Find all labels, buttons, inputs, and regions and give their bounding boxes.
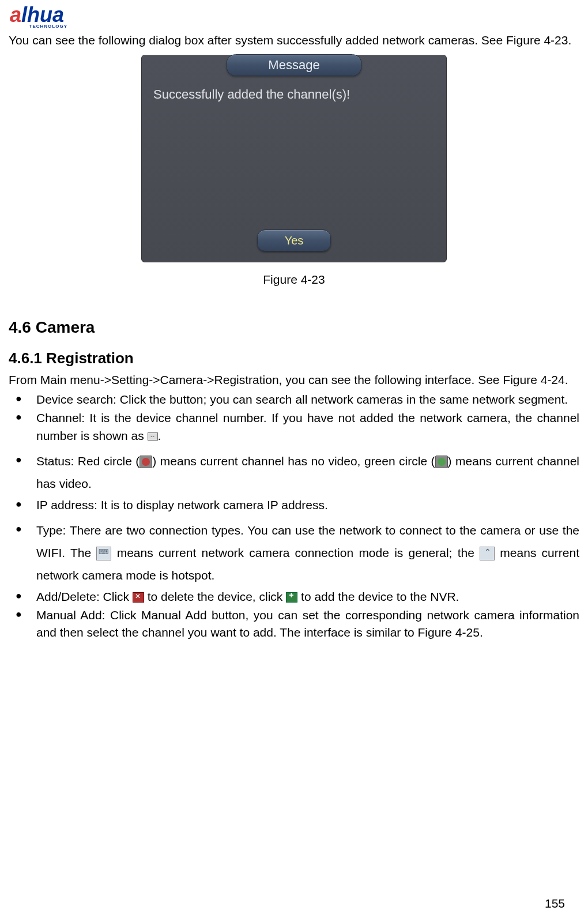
bullet-manual-add: Manual Add: Click Manual Add button, you… <box>9 607 579 642</box>
red-circle-icon <box>140 456 152 468</box>
bullet-status-text2: ) means current channel has no video, gr… <box>152 454 435 468</box>
dialog-title: Message <box>227 54 362 76</box>
dash-icon <box>148 432 158 441</box>
bullet-status: Status: Red circle () means current chan… <box>9 450 579 495</box>
bullet-channel: Channel: It is the device channel number… <box>9 409 579 445</box>
green-circle-icon <box>435 456 448 468</box>
figure-caption: Figure 4-23 <box>9 273 579 287</box>
bullet-ip: IP address: It is to display network cam… <box>9 496 579 514</box>
dialog-message-text: Successfully added the channel(s)! <box>153 87 350 102</box>
page-number: 155 <box>545 897 565 910</box>
bullet-adddelete: Add/Delete: Click to delete the device, … <box>9 588 579 605</box>
logo-prefix: a <box>10 3 21 27</box>
intro-paragraph: You can see the following dialog box aft… <box>9 32 579 48</box>
bullet-channel-text1: Channel: It is the device channel number… <box>36 411 579 442</box>
add-icon <box>286 592 297 603</box>
network-wifi-icon <box>480 547 495 560</box>
bullet-adddel-text1: Add/Delete: Click <box>36 590 133 603</box>
bullet-type-text2: means current network camera connection … <box>111 546 480 559</box>
subsection-heading: 4.6.1 Registration <box>9 349 579 367</box>
bullet-list: Device search: Click the button; you can… <box>9 391 579 642</box>
bullet-adddel-text3: to add the device to the NVR. <box>297 590 459 603</box>
yes-button[interactable]: Yes <box>257 229 331 251</box>
brand-logo: alhua TECHNOLOGY <box>10 3 579 29</box>
bullet-status-text1: Status: Red circle ( <box>36 454 140 468</box>
bullet-type: Type: There are two connection types. Yo… <box>9 520 579 587</box>
logo-suffix: lhua <box>21 3 64 27</box>
delete-icon <box>133 592 144 603</box>
bullet-adddel-text2: to delete the device, click <box>144 590 286 603</box>
message-dialog: Message Successfully added the channel(s… <box>141 55 447 262</box>
dialog-figure: Message Successfully added the channel(s… <box>9 55 579 262</box>
network-general-icon <box>96 547 111 560</box>
section-heading: 4.6 Camera <box>9 318 579 337</box>
bullet-channel-text2: . <box>158 429 161 442</box>
body-paragraph: From Main menu->Setting->Camera->Registr… <box>9 372 579 388</box>
bullet-device-search: Device search: Click the button; you can… <box>9 391 579 408</box>
